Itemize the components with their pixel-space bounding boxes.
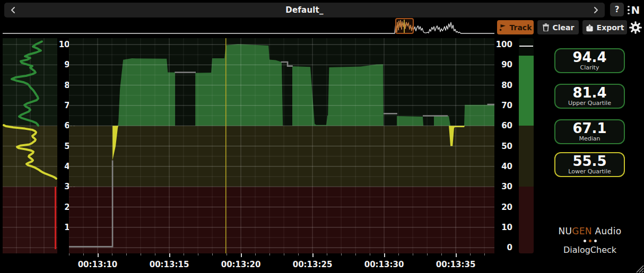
median-value: 67.1: [572, 121, 606, 135]
x-axis-tick: [69, 253, 69, 256]
x-axis-tick: [298, 253, 299, 256]
current-clarity-meter: [519, 38, 534, 253]
clarity-value: 94.4: [572, 50, 606, 64]
navigator-waveform: [0, 16, 497, 34]
clarity-time-plot[interactable]: [69, 38, 494, 253]
x-axis-time-label: 00:13:30: [363, 260, 405, 269]
x-axis-tick: [184, 253, 184, 256]
export-label: Export: [597, 23, 624, 32]
x-axis-tick: [212, 253, 213, 256]
timeline-navigator[interactable]: [0, 16, 497, 34]
brand-gen: GEN: [572, 226, 592, 236]
x-axis-time-label: 00:13:10: [76, 260, 119, 269]
clarity-label: Clarity: [580, 64, 599, 71]
track-label: Track: [510, 23, 532, 32]
lower-quartile-value: 55.5: [572, 154, 606, 168]
chevron-left-icon: [10, 6, 17, 14]
brand-block: NUGEN Audio DialogCheck: [552, 226, 628, 255]
track-button[interactable]: Track: [497, 20, 534, 34]
x-axis-tick: [141, 253, 141, 256]
y-axis-label: 50: [494, 142, 512, 151]
gear-icon: [629, 21, 642, 34]
nugen-logo-letter: N: [631, 5, 640, 15]
y-axis-label: 90: [494, 60, 512, 69]
x-axis-tick: [398, 253, 399, 256]
y-axis-label: 60: [494, 121, 512, 130]
x-axis-tick: [384, 253, 385, 257]
help-button[interactable]: ?: [610, 3, 624, 16]
clarity-card: 94.4 Clarity: [554, 48, 625, 73]
preset-titlebar: Default_: [4, 3, 605, 17]
clear-button[interactable]: Clear: [537, 20, 579, 34]
settings-button[interactable]: [629, 21, 642, 34]
y-axis-label: 70: [494, 101, 512, 110]
brand-dots-icon: [552, 240, 628, 242]
track-flag-icon: [499, 23, 507, 31]
lower-quartile-label: Lower Quartile: [568, 168, 611, 175]
resize-grip-icon: [634, 263, 644, 273]
x-axis-tick: [126, 253, 127, 256]
y-axis-label: 10: [494, 223, 512, 232]
y-axis-label: 100: [494, 40, 512, 49]
x-axis-tick: [198, 253, 198, 256]
preset-name[interactable]: Default_: [285, 5, 323, 15]
clear-label: Clear: [553, 23, 575, 32]
x-axis-tick: [341, 253, 342, 256]
upper-quartile-card: 81.4 Upper Quartile: [554, 84, 625, 109]
nugen-logo-dots-icon: [628, 6, 630, 15]
brand-name: NUGEN Audio: [552, 226, 628, 236]
export-icon: [586, 23, 594, 32]
x-axis-tick: [98, 253, 99, 257]
x-axis-tick: [370, 253, 370, 256]
x-axis-tick: [484, 253, 485, 256]
x-axis-tick: [456, 253, 457, 257]
x-axis-tick: [83, 253, 84, 256]
x-axis-time-label: 00:13:35: [434, 260, 477, 269]
y-axis-label: 80: [494, 81, 512, 90]
help-label: ?: [615, 5, 620, 14]
resize-grip[interactable]: [634, 263, 644, 273]
y-axis-label: 20: [494, 202, 512, 212]
meter-bar: [519, 56, 534, 126]
x-axis-tick: [169, 253, 170, 257]
x-axis-tick: [241, 253, 242, 257]
chevron-right-icon: [592, 6, 599, 14]
x-axis-tick: [312, 253, 314, 257]
x-axis-tick: [227, 253, 227, 256]
y-axis-label: 40: [494, 162, 512, 171]
x-axis-tick: [470, 253, 471, 256]
x-axis-tick: [355, 253, 356, 256]
trash-icon: [542, 23, 550, 31]
y-axis-label: 30: [494, 182, 512, 191]
y-axis-label: 0: [494, 243, 512, 252]
x-axis-tick: [441, 253, 442, 256]
x-axis-time-label: 00:13:15: [148, 260, 190, 269]
dialogcheck-window: { "header": { "title": "Default_", "help…: [0, 0, 644, 273]
x-axis-tick: [284, 253, 284, 256]
median-card: 67.1 Median: [554, 119, 625, 144]
x-axis-tick: [427, 253, 428, 256]
median-label: Median: [579, 135, 600, 142]
clarity-distribution-curve: [3, 38, 57, 253]
clarity-plot-canvas: [69, 38, 494, 253]
x-axis-tick: [255, 253, 256, 256]
previous-preset-button[interactable]: [10, 6, 17, 14]
upper-quartile-value: 81.4: [572, 86, 606, 100]
export-button[interactable]: Export: [582, 20, 627, 34]
next-preset-button[interactable]: [592, 6, 599, 14]
x-axis-time-label: 00:13:25: [291, 260, 334, 269]
meter-peak-marker: [519, 46, 533, 47]
clarity-histogram-panel: [3, 38, 57, 253]
nugen-logo-button[interactable]: N: [628, 3, 643, 17]
lower-quartile-card: 55.5 Lower Quartile: [554, 152, 625, 177]
x-axis-tick: [155, 253, 155, 256]
x-axis-time-label: 00:13:20: [220, 260, 262, 269]
upper-quartile-label: Upper Quartile: [568, 100, 611, 107]
x-axis-tick: [413, 253, 413, 256]
x-axis-tick: [112, 253, 112, 256]
product-name: DialogCheck: [552, 245, 628, 255]
x-axis-tick: [269, 253, 270, 256]
x-axis: 00:13:1000:13:1500:13:2000:13:2500:13:30…: [69, 253, 494, 272]
x-axis-tick: [327, 253, 327, 256]
